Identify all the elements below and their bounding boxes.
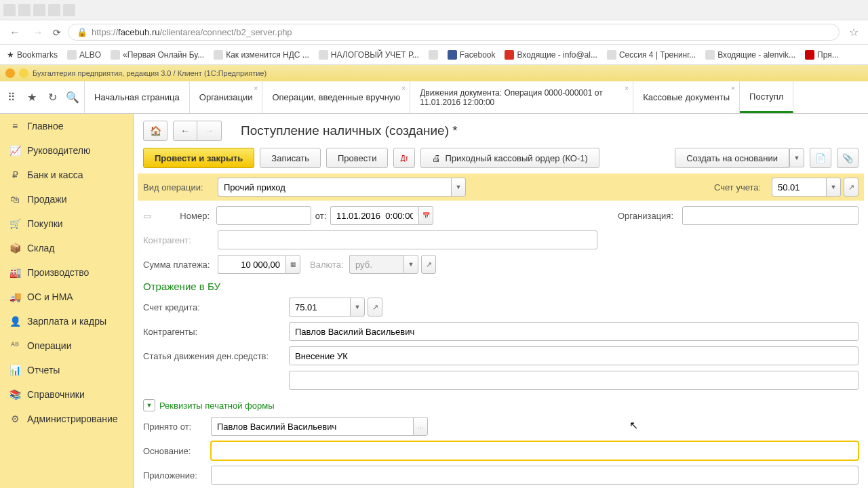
- bookmark-item[interactable]: Пря...: [805, 50, 839, 60]
- sidebar-item-assets[interactable]: 🚚ОС и НМА: [0, 285, 133, 309]
- bookmark-item[interactable]: НАЛОГОВЫЙ УЧЕТ Р...: [319, 50, 419, 60]
- sidebar-item-sales[interactable]: 🛍Продажи: [0, 187, 133, 211]
- forward-button[interactable]: →: [30, 24, 46, 41]
- account-input[interactable]: [772, 178, 826, 197]
- amount-field[interactable]: ▦: [218, 255, 300, 274]
- chevron-down-icon[interactable]: ▼: [403, 255, 418, 274]
- calendar-icon[interactable]: 📅: [418, 206, 433, 225]
- tab-manual-ops[interactable]: Операции, введенные вручную×: [262, 81, 410, 113]
- close-icon[interactable]: ×: [401, 84, 406, 92]
- reload-button[interactable]: ⟳: [53, 27, 61, 38]
- form-toolbar: Провести и закрыть Записать Провести Дт …: [143, 148, 859, 168]
- received-input[interactable]: [211, 417, 413, 436]
- bookmark-item[interactable]: Как изменится НДС ...: [214, 50, 309, 60]
- sidebar-item-salary[interactable]: 👤Зарплата и кадры: [0, 309, 133, 333]
- sidebar-item-bank[interactable]: ₽Банк и касса: [0, 163, 133, 187]
- tab-organizations[interactable]: Организации×: [190, 81, 263, 113]
- contragent-row: Контрагент:: [143, 230, 859, 249]
- history-icon[interactable]: ↻: [46, 92, 58, 104]
- sidebar-item-label: Покупки: [27, 218, 63, 229]
- post-button[interactable]: Провести: [326, 148, 389, 168]
- attach-button[interactable]: 📄: [810, 148, 831, 168]
- contragents-input[interactable]: [289, 322, 859, 341]
- nav-forward-button[interactable]: →: [197, 121, 222, 141]
- calculator-icon[interactable]: ▦: [285, 255, 300, 274]
- open-button[interactable]: ↗: [368, 298, 382, 317]
- close-icon[interactable]: ×: [731, 84, 735, 92]
- search-icon[interactable]: 🔍: [66, 92, 79, 104]
- tab-doc-movements[interactable]: Движения документа: Операция 0000-000001…: [410, 81, 633, 113]
- number-input[interactable]: [216, 206, 311, 225]
- close-icon[interactable]: ×: [625, 84, 629, 92]
- account-label: Счет учета:: [714, 182, 772, 192]
- bookmark-item[interactable]: Facebook: [448, 50, 496, 60]
- bookmark-item[interactable]: [429, 50, 438, 60]
- dds-input[interactable]: [289, 346, 859, 365]
- ellipsis-icon[interactable]: …: [413, 417, 428, 436]
- op-type-select[interactable]: ▼: [218, 178, 466, 197]
- open-button[interactable]: ↗: [421, 255, 436, 274]
- credit-select[interactable]: ▼: [289, 298, 365, 317]
- chevron-down-icon[interactable]: ▼: [451, 178, 466, 197]
- print-order-button[interactable]: 🖨Приходный кассовый ордер (КО-1): [420, 148, 599, 168]
- bookmark-item[interactable]: Сессия 4 | Тренинг...: [607, 50, 696, 60]
- sidebar-item-warehouse[interactable]: 📦Склад: [0, 236, 133, 260]
- open-button[interactable]: ↗: [844, 178, 859, 197]
- bookmark-item[interactable]: ALBO: [67, 50, 101, 60]
- save-button[interactable]: Записать: [260, 148, 321, 168]
- account-select[interactable]: ▼: [772, 178, 841, 197]
- date-select[interactable]: 📅: [330, 206, 433, 225]
- sidebar-item-main[interactable]: ≡Главное: [0, 114, 133, 138]
- number-label: Номер:: [157, 211, 216, 221]
- from-label: от:: [311, 211, 330, 221]
- currency-select[interactable]: ▼: [349, 255, 418, 274]
- print-section-toggle[interactable]: ▼ Реквизиты печатной формы: [143, 399, 859, 411]
- tab-cash-docs[interactable]: Кассовые документы×: [633, 81, 740, 113]
- op-type-input[interactable]: [218, 178, 451, 197]
- close-icon[interactable]: ×: [254, 84, 258, 92]
- chevron-down-icon[interactable]: ▼: [143, 399, 155, 411]
- bookmark-item[interactable]: Входящие - info@al...: [505, 50, 597, 60]
- back-button[interactable]: ←: [7, 24, 23, 41]
- chevron-down-icon[interactable]: ▼: [826, 178, 841, 197]
- favorite-icon[interactable]: ★: [26, 92, 38, 104]
- sidebar-item-label: Склад: [27, 243, 55, 253]
- tab-label: Движения документа: Операция 0000-000001…: [420, 88, 623, 107]
- contragents-label: Контрагенты:: [143, 327, 289, 337]
- attachment-input[interactable]: [211, 466, 859, 485]
- bookmark-item[interactable]: Входящие - alenvik...: [705, 50, 795, 60]
- bookmark-item[interactable]: «Первая Онлайн Бу...: [111, 50, 204, 60]
- dt-kt-button[interactable]: Дт: [393, 148, 415, 168]
- clip-button[interactable]: 📎: [837, 148, 859, 168]
- sidebar-item-operations[interactable]: ᴬᴮОперации: [0, 333, 133, 358]
- star-icon[interactable]: ☆: [846, 23, 861, 41]
- sidebar-item-reports[interactable]: 📊Отчеты: [0, 358, 133, 382]
- contragent-input[interactable]: [218, 230, 597, 249]
- basis-input[interactable]: [211, 441, 859, 460]
- home-button[interactable]: 🏠: [143, 121, 167, 141]
- create-based-select[interactable]: Создать на основании ▼: [675, 148, 804, 168]
- nav-back-button[interactable]: ←: [173, 121, 197, 141]
- chevron-down-icon[interactable]: ▼: [789, 148, 804, 167]
- sidebar-item-purchases[interactable]: 🛒Покупки: [0, 211, 133, 236]
- bookmark-favicon: [505, 50, 514, 60]
- sidebar-item-refs[interactable]: 📚Справочники: [0, 382, 133, 407]
- sidebar-item-admin[interactable]: ⚙Администрирование: [0, 407, 133, 431]
- tab-home[interactable]: Начальная страница: [85, 81, 190, 113]
- chevron-down-icon[interactable]: ▼: [350, 298, 365, 317]
- box-icon: 📦: [9, 243, 20, 253]
- sidebar-item-production[interactable]: 🏭Производство: [0, 260, 133, 285]
- credit-input[interactable]: [289, 298, 350, 317]
- tab-incoming-cash[interactable]: Поступл: [740, 81, 793, 113]
- extra-input[interactable]: [289, 371, 859, 390]
- date-input[interactable]: [330, 206, 418, 225]
- sidebar-item-manager[interactable]: 📈Руководителю: [0, 138, 133, 163]
- post-and-close-button[interactable]: Провести и закрыть: [143, 148, 254, 168]
- received-select[interactable]: …: [211, 417, 428, 436]
- org-input[interactable]: [682, 206, 859, 225]
- apps-icon[interactable]: ⠿: [5, 92, 18, 104]
- amount-row: Сумма платежа: ▦ Валюта: ▼ ↗: [143, 255, 859, 274]
- bookmarks-button[interactable]: ★Bookmarks: [7, 50, 58, 60]
- amount-input[interactable]: [218, 255, 285, 274]
- address-bar[interactable]: 🔒 https://facebuh.ru/clientarea/connect/…: [68, 24, 840, 41]
